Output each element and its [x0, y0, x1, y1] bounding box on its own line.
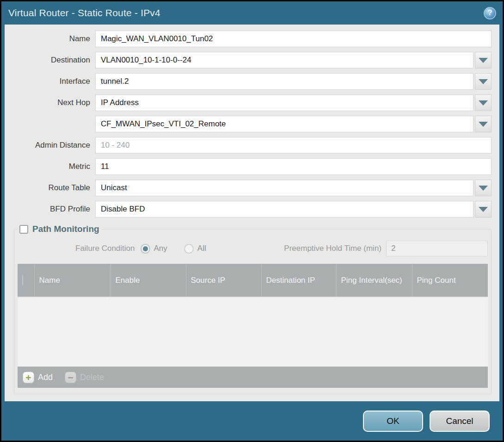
failure-condition-radio-all[interactable]: [184, 244, 194, 254]
interface-label: Interface: [5, 77, 95, 86]
chevron-down-icon: [479, 122, 488, 127]
bfd-profile-label: BFD Profile: [5, 205, 95, 214]
failure-condition-options: Any All: [141, 244, 219, 254]
destination-label: Destination: [5, 56, 95, 65]
next-hop-address-input[interactable]: [95, 116, 473, 132]
chevron-down-icon: [479, 58, 488, 63]
table-empty-body: [18, 297, 488, 367]
route-table-dropdown-button[interactable]: [475, 180, 492, 196]
form-row-route-table: Route Table: [5, 180, 492, 196]
admin-distance-input[interactable]: [95, 137, 492, 154]
name-input[interactable]: [95, 31, 492, 47]
route-table-input[interactable]: [95, 180, 473, 196]
table-header-row: Name Enable Source IP Destination IP Pin…: [18, 264, 488, 297]
name-label: Name: [5, 34, 95, 44]
titlebar: Virtual Router - Static Route - IPv4 ?: [1, 1, 503, 25]
add-button-label: Add: [38, 373, 53, 382]
help-icon[interactable]: ?: [484, 7, 496, 19]
route-table-label: Route Table: [5, 183, 95, 193]
dialog-body: Name Destination Interface Next Hop: [5, 25, 499, 401]
delete-button-label: Delete: [80, 373, 104, 382]
column-header-ping-interval[interactable]: Ping Interval(sec): [336, 264, 412, 297]
interface-dropdown-button[interactable]: [475, 73, 492, 90]
chevron-down-icon: [479, 207, 488, 212]
column-header-ping-count[interactable]: Ping Count: [412, 264, 488, 297]
delete-minus-icon: −: [65, 372, 76, 383]
column-header-source-ip[interactable]: Source IP: [186, 264, 261, 297]
dialog-title: Virtual Router - Static Route - IPv4: [8, 7, 160, 19]
chevron-down-icon: [479, 79, 488, 84]
column-header-enable[interactable]: Enable: [111, 264, 186, 297]
form-row-name: Name: [5, 31, 492, 47]
preemptive-hold-time-input[interactable]: [386, 241, 488, 256]
failure-condition-any-label: Any: [154, 244, 167, 253]
select-all-header: [18, 264, 34, 297]
destination-input[interactable]: [95, 52, 473, 68]
admin-distance-label: Admin Distance: [5, 141, 95, 150]
form-row-destination: Destination: [5, 52, 492, 68]
preemptive-hold-time-group: Preemptive Hold Time (min): [284, 241, 488, 256]
bfd-profile-dropdown-button[interactable]: [475, 201, 492, 218]
next-hop-type-input[interactable]: [95, 94, 473, 111]
cancel-button[interactable]: Cancel: [430, 411, 490, 432]
preemptive-hold-time-label: Preemptive Hold Time (min): [284, 244, 386, 253]
form-row-admin-distance: Admin Distance: [5, 137, 492, 154]
next-hop-address-dropdown-button[interactable]: [475, 116, 492, 132]
form-row-metric: Metric: [5, 158, 492, 175]
path-monitoring-checkbox[interactable]: [19, 225, 28, 234]
metric-label: Metric: [5, 162, 95, 171]
column-header-destination-ip[interactable]: Destination IP: [261, 264, 336, 297]
static-route-dialog: Virtual Router - Static Route - IPv4 ? N…: [0, 0, 504, 442]
metric-input[interactable]: [95, 158, 492, 175]
destination-dropdown-button[interactable]: [475, 52, 492, 68]
path-monitoring-table: Name Enable Source IP Destination IP Pin…: [18, 264, 488, 367]
failure-condition-radio-any[interactable]: [141, 244, 150, 254]
form-row-interface: Interface: [5, 73, 492, 90]
chevron-down-icon: [479, 100, 488, 106]
ok-button[interactable]: OK: [363, 411, 423, 432]
select-all-checkbox[interactable]: [22, 275, 23, 285]
next-hop-dropdown-button[interactable]: [475, 94, 492, 111]
failure-condition-all-label: All: [197, 244, 206, 253]
table-toolbar: + Add − Delete: [18, 367, 488, 388]
next-hop-label: Next Hop: [5, 98, 95, 107]
path-monitoring-section: Path Monitoring Failure Condition Any Al…: [14, 224, 492, 394]
form-row-next-hop: Next Hop: [5, 94, 492, 111]
chevron-down-icon: [479, 186, 488, 191]
add-button[interactable]: + Add: [23, 372, 53, 383]
add-plus-icon: +: [23, 372, 34, 383]
failure-condition-label: Failure Condition: [75, 244, 135, 253]
path-monitoring-legend: Path Monitoring: [18, 224, 102, 234]
form-row-next-hop-address: [5, 116, 492, 132]
bfd-profile-input[interactable]: [95, 201, 473, 218]
dialog-footer: OK Cancel: [1, 401, 503, 441]
interface-input[interactable]: [95, 73, 473, 90]
column-header-name[interactable]: Name: [34, 264, 111, 297]
form-row-bfd-profile: BFD Profile: [5, 201, 492, 218]
failure-condition-row: Failure Condition Any All Preemptive Hol…: [18, 241, 488, 256]
path-monitoring-title: Path Monitoring: [32, 224, 99, 234]
delete-button[interactable]: − Delete: [65, 372, 104, 383]
